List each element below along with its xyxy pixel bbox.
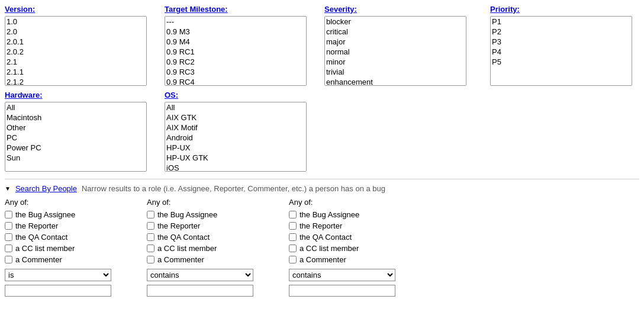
people-col-0: Any of:the Bug Assigneethe Reporterthe Q… bbox=[5, 198, 141, 297]
checkbox-row-1-2: the QA Contact bbox=[147, 233, 283, 242]
target-milestone-label: Target Milestone: bbox=[165, 5, 318, 14]
checkbox-label-2-2: the QA Contact bbox=[300, 233, 352, 242]
checkbox-label-2-1: the Reporter bbox=[300, 221, 342, 230]
people-text-input-1[interactable] bbox=[147, 285, 253, 297]
people-col-2: Any of:the Bug Assigneethe Reporterthe Q… bbox=[289, 198, 425, 297]
checkbox-label-1-4: a Commenter bbox=[157, 255, 204, 264]
checkbox-label-1-2: the QA Contact bbox=[157, 233, 210, 242]
checkbox-label-1-1: the Reporter bbox=[157, 221, 200, 230]
people-text-input-2[interactable] bbox=[289, 285, 395, 297]
people-any-of-label-0: Any of: bbox=[5, 198, 141, 207]
checkbox-0-2[interactable] bbox=[5, 233, 12, 241]
version-select[interactable]: 1.02.02.0.12.0.22.12.1.12.1.2 bbox=[5, 16, 147, 86]
checkbox-2-2[interactable] bbox=[289, 233, 297, 241]
checkbox-1-2[interactable] bbox=[147, 233, 154, 241]
checkbox-row-1-4: a Commenter bbox=[147, 255, 283, 264]
checkbox-0-0[interactable] bbox=[5, 211, 12, 218]
checkbox-label-0-1: the Reporter bbox=[15, 221, 58, 230]
version-group: Version: 1.02.02.0.12.0.22.12.1.12.1.2 bbox=[5, 5, 165, 86]
checkbox-label-1-3: a CC list member bbox=[157, 244, 217, 253]
hardware-select[interactable]: AllMacintoshOtherPCPower PCSun bbox=[5, 102, 147, 172]
version-label: Version: bbox=[5, 5, 159, 14]
checkbox-2-3[interactable] bbox=[289, 245, 297, 252]
target-milestone-select[interactable]: ---0.9 M30.9 M40.9 RC10.9 RC20.9 RC30.9 … bbox=[165, 16, 307, 86]
checkbox-0-4[interactable] bbox=[5, 256, 12, 263]
priority-label: Priority: bbox=[490, 5, 626, 14]
priority-select[interactable]: P1P2P3P4P5 bbox=[490, 16, 632, 86]
checkbox-label-2-3: a CC list member bbox=[300, 244, 359, 253]
checkbox-row-1-0: the Bug Assignee bbox=[147, 210, 283, 219]
severity-group: Severity: blockercriticalmajornormalmino… bbox=[324, 5, 490, 86]
divider bbox=[5, 179, 639, 179]
people-text-input-0[interactable] bbox=[5, 285, 111, 297]
checkbox-row-2-3: a CC list member bbox=[289, 244, 425, 253]
people-grid: Any of:the Bug Assigneethe Reporterthe Q… bbox=[5, 198, 639, 297]
checkbox-0-3[interactable] bbox=[5, 245, 12, 252]
checkbox-1-3[interactable] bbox=[147, 245, 154, 252]
checkbox-label-0-2: the QA Contact bbox=[15, 233, 67, 242]
checkbox-label-0-3: a CC list member bbox=[15, 244, 75, 253]
checkbox-label-2-4: a Commenter bbox=[300, 255, 346, 264]
hardware-group: Hardware: AllMacintoshOtherPCPower PCSun bbox=[5, 91, 165, 172]
people-role-select-1[interactable]: isis notcontainsdoes not contain bbox=[147, 269, 253, 281]
os-select[interactable]: AllAIX GTKAIX MotifAndroidHP-UXHP-UX GTK… bbox=[165, 102, 307, 172]
severity-select[interactable]: blockercriticalmajornormalminortrivialen… bbox=[324, 16, 466, 86]
search-by-people-link[interactable]: Search By People bbox=[15, 184, 77, 193]
checkbox-row-0-2: the QA Contact bbox=[5, 233, 141, 242]
checkbox-label-0-4: a Commenter bbox=[15, 255, 62, 264]
checkbox-row-0-3: a CC list member bbox=[5, 244, 141, 253]
people-any-of-label-2: Any of: bbox=[289, 198, 425, 207]
checkbox-1-4[interactable] bbox=[147, 256, 154, 263]
collapse-triangle[interactable]: ▼ bbox=[5, 185, 11, 192]
checkbox-1-0[interactable] bbox=[147, 211, 154, 218]
people-role-select-0[interactable]: isis notcontainsdoes not contain bbox=[5, 269, 111, 281]
people-any-of-label-1: Any of: bbox=[147, 198, 283, 207]
checkbox-2-0[interactable] bbox=[289, 211, 297, 218]
checkbox-row-1-3: a CC list member bbox=[147, 244, 283, 253]
os-label: OS: bbox=[165, 91, 318, 99]
checkbox-0-1[interactable] bbox=[5, 222, 12, 230]
checkbox-row-1-1: the Reporter bbox=[147, 221, 283, 230]
checkbox-2-4[interactable] bbox=[289, 256, 297, 263]
checkbox-row-2-2: the QA Contact bbox=[289, 233, 425, 242]
target-milestone-group: Target Milestone: ---0.9 M30.9 M40.9 RC1… bbox=[165, 5, 324, 86]
checkbox-label-0-0: the Bug Assignee bbox=[15, 210, 75, 219]
checkbox-row-0-1: the Reporter bbox=[5, 221, 141, 230]
severity-label: Severity: bbox=[324, 5, 484, 14]
people-role-select-2[interactable]: isis notcontainsdoes not contain bbox=[289, 269, 395, 281]
checkbox-label-2-0: the Bug Assignee bbox=[300, 210, 359, 219]
checkbox-row-2-4: a Commenter bbox=[289, 255, 425, 264]
checkbox-row-2-1: the Reporter bbox=[289, 221, 425, 230]
search-by-people-header: ▼ Search By People Narrow results to a r… bbox=[5, 184, 639, 193]
checkbox-row-0-4: a Commenter bbox=[5, 255, 141, 264]
priority-group: Priority: P1P2P3P4P5 bbox=[490, 5, 632, 86]
checkbox-row-0-0: the Bug Assignee bbox=[5, 210, 141, 219]
os-group: OS: AllAIX GTKAIX MotifAndroidHP-UXHP-UX… bbox=[165, 91, 324, 172]
checkbox-row-2-0: the Bug Assignee bbox=[289, 210, 425, 219]
checkbox-2-1[interactable] bbox=[289, 222, 297, 230]
checkbox-1-1[interactable] bbox=[147, 222, 154, 230]
search-by-people-description: Narrow results to a role (i.e. Assignee,… bbox=[82, 184, 385, 193]
checkbox-label-1-0: the Bug Assignee bbox=[157, 210, 217, 219]
people-col-1: Any of:the Bug Assigneethe Reporterthe Q… bbox=[147, 198, 283, 297]
hardware-label: Hardware: bbox=[5, 91, 159, 99]
